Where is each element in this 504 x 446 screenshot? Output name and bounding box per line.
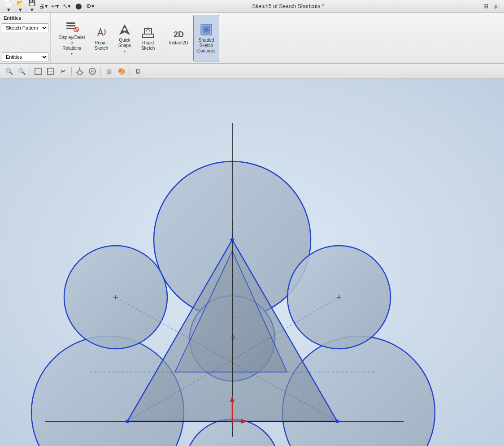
save-btn[interactable]: 💾▾ (27, 1, 37, 11)
ribbon-toolbar: Display/DeleteRelations ▾ RepairSketch (51, 13, 504, 63)
titlebar-right: ⊞ pi (481, 1, 500, 11)
sketch-canvas (0, 78, 504, 446)
tb2-sep3 (100, 67, 101, 76)
cut-plane-btn[interactable]: ✂ (58, 66, 69, 77)
svg-point-44 (231, 420, 234, 423)
tb2-sep4 (130, 67, 130, 76)
expand-btn[interactable]: ⊞ (481, 1, 491, 11)
rapid-sketch-label: RapidSketch (141, 40, 155, 51)
shaded-sketch-contours-icon (199, 22, 213, 37)
svg-point-6 (123, 28, 126, 31)
instant2d-btn[interactable]: 2D Instant2D (165, 15, 192, 61)
settings-btn[interactable]: ⚙▾ (85, 1, 95, 11)
rapid-sketch-icon (141, 25, 155, 39)
tb2-sep1 (30, 67, 30, 76)
section-view-btn[interactable] (87, 66, 98, 77)
instant2d-icon: 2D (174, 30, 184, 40)
svg-rect-11 (35, 68, 41, 74)
select-btn[interactable]: ↖▾ (62, 1, 72, 11)
titlebar-left: 📄▾ 📂▾ 💾▾ 🖨▾ ↩▾ ↖▾ ⬤ ⚙▾ (4, 1, 95, 11)
sketch-pattern-dropdown[interactable]: Sketch Pattern (2, 23, 48, 32)
tb2-sep2 (71, 67, 72, 76)
svg-point-15 (91, 70, 94, 73)
titlebar: 📄▾ 📂▾ 💾▾ 🖨▾ ↩▾ ↖▾ ⬤ ⚙▾ Sketch5 of Search… (0, 0, 504, 13)
shaded-sketch-contours-btn[interactable]: ShadedSketchContours (193, 15, 220, 61)
display-delete-icon (65, 20, 79, 34)
zoom-area-btn[interactable]: 🔍 (16, 66, 27, 77)
svg-rect-1 (66, 25, 75, 26)
print-btn[interactable]: 🖨▾ (39, 1, 48, 11)
display-state-btn[interactable]: ◎ (104, 66, 114, 77)
repair-sketch-icon (94, 25, 109, 39)
titlebar-title: Sketch5 of Search Shortcuts * (252, 3, 324, 9)
open-btn[interactable]: 📂▾ (15, 1, 25, 11)
zoom-fit-btn[interactable]: 🔍 (4, 66, 14, 77)
panel-entities-label: Entities (2, 14, 48, 22)
rapid-sketch-btn[interactable]: RapidSketch (137, 15, 159, 61)
svg-point-10 (204, 27, 209, 32)
scene-btn[interactable]: 🖥 (133, 66, 143, 77)
svg-rect-0 (66, 22, 75, 24)
cylinder-btn[interactable]: ⬤ (74, 1, 83, 11)
toolbar2: 🔍 🔍 ✂ ◎ 🎨 🖥 (0, 64, 504, 78)
ribbon-left-panel: Entities Sketch Pattern Entities (0, 13, 51, 63)
wireframe-btn[interactable] (33, 66, 43, 77)
3d-view-btn[interactable] (74, 66, 85, 77)
svg-rect-12 (48, 68, 54, 74)
quick-snaps-btn[interactable]: QuickSnaps ▾ (113, 15, 136, 61)
svg-rect-7 (143, 34, 153, 38)
shaded-sketch-contours-label: ShadedSketchContours (197, 38, 216, 54)
ribbon: Entities Sketch Pattern Entities Display… (0, 13, 504, 64)
undo-btn[interactable]: ↩▾ (50, 1, 60, 11)
svg-line-4 (75, 28, 78, 31)
canvas-area[interactable] (0, 78, 504, 446)
display-delete-label: Display/DeleteRelations (58, 35, 85, 51)
quick-snaps-icon (117, 22, 132, 37)
appearance-btn[interactable]: 🎨 (116, 66, 127, 77)
ribbon-sep-1 (162, 18, 162, 58)
entities-dropdown[interactable]: Entities (2, 52, 48, 61)
display-delete-relations-btn[interactable]: Display/DeleteRelations ▾ (54, 15, 89, 61)
svg-point-46 (335, 420, 339, 423)
svg-point-47 (230, 238, 234, 242)
repair-sketch-label: RepairSketch (95, 40, 109, 51)
hidden-lines-btn[interactable] (45, 66, 56, 77)
repair-sketch-btn[interactable]: RepairSketch (90, 15, 113, 61)
quick-snaps-label: QuickSnaps (118, 38, 131, 48)
svg-point-45 (126, 420, 129, 423)
right-label: pi (493, 3, 500, 9)
title-text: Sketch5 of Search Shortcuts * (252, 3, 324, 9)
new-btn[interactable]: 📄▾ (4, 1, 13, 11)
instant2d-label: Instant2D (169, 40, 188, 46)
